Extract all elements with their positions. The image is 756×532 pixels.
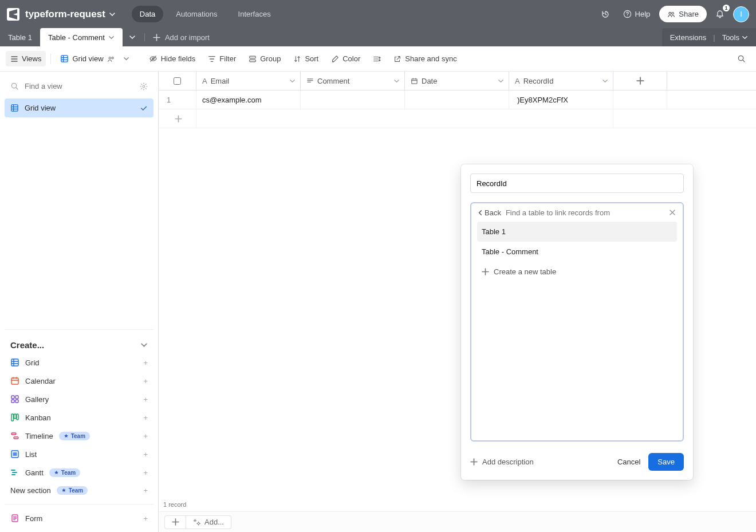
table-tab-table1[interactable]: Table 1 [0,28,40,46]
tab-data[interactable]: Data [132,6,163,22]
add-row-cell[interactable] [196,109,613,128]
base-name[interactable]: typeform-request [25,9,105,20]
create-item-label: Calendar [25,377,56,385]
grid-icon [60,54,69,63]
column-header-email[interactable]: A Email [196,72,301,90]
team-badge: Team [49,468,80,477]
chevron-down-icon[interactable] [498,78,504,84]
plus-icon: + [143,514,148,523]
add-row[interactable] [159,109,756,128]
column-header-recordid[interactable]: A RecordId [509,72,613,90]
view-switcher-chevron-icon[interactable] [123,56,129,62]
extensions-button[interactable]: Extensions [670,33,707,42]
cancel-button[interactable]: Cancel [609,453,648,471]
table-tab-table-comment[interactable]: Table - Comment [40,28,123,46]
cell-email[interactable]: cs@example.com [196,90,301,109]
record-count: 1 record [163,501,186,508]
long-text-icon [306,77,314,85]
cell-recordid[interactable]: )Ey8XPM2cFfX [509,90,613,109]
cell-comment[interactable] [301,90,405,109]
create-new-section[interactable]: New section Team + [5,482,153,499]
table-row[interactable]: 1 cs@example.com )Ey8XPM2cFfX [159,90,756,109]
row-number[interactable]: 1 [159,90,196,109]
svg-point-5 [112,57,113,58]
chevron-down-icon[interactable] [289,78,296,84]
create-section-toggle[interactable]: Create... [5,334,153,353]
divider [50,54,51,64]
share-button[interactable]: Share [659,6,707,22]
create-gantt[interactable]: Gantt Team + [5,463,153,482]
base-name-chevron-icon[interactable] [109,11,116,18]
create-form[interactable]: Form + [5,509,153,527]
add-row-plus[interactable] [159,109,196,128]
link-table-search-input[interactable] [506,208,663,217]
select-all-checkbox[interactable] [159,72,196,90]
calendar-icon [411,77,418,85]
svg-rect-15 [11,396,14,399]
row-height-button[interactable] [368,52,385,66]
add-or-import-button[interactable]: Add or import [147,28,215,46]
filter-button[interactable]: Filter [203,51,241,66]
help-button[interactable]: Help [619,6,655,22]
chevron-down-icon[interactable] [393,78,400,84]
sort-button[interactable]: Sort [289,51,323,66]
tools-button[interactable]: Tools [722,33,748,42]
plus-icon [470,458,478,466]
text-field-icon: A [515,77,520,85]
create-new-table-option[interactable]: Create a new table [477,262,677,282]
save-button[interactable]: Save [648,453,684,471]
column-label: Date [422,77,437,85]
column-label: Comment [317,77,349,85]
view-item-grid-view[interactable]: Grid view [5,98,153,117]
create-gallery[interactable]: Gallery + [5,390,153,408]
tables-dropdown-caret[interactable] [123,28,142,46]
hide-fields-button[interactable]: Hide fields [144,51,200,66]
column-header-date[interactable]: Date [405,72,509,90]
chevron-down-icon[interactable] [602,78,608,84]
table-tab-chevron-icon[interactable] [108,34,115,41]
create-grid[interactable]: Grid + [5,353,153,372]
footer-add-label: Add... [204,518,224,526]
divider [5,329,153,330]
group-button[interactable]: Group [244,51,285,66]
color-button[interactable]: Color [326,51,365,66]
avatar[interactable]: I [733,6,749,22]
calendar-icon [10,376,19,385]
add-description-button[interactable]: Add description [470,458,534,466]
create-kanban[interactable]: Kanban + [5,408,153,427]
view-switcher[interactable]: Grid view [56,51,119,66]
column-header-comment[interactable]: Comment [301,72,405,90]
bell-icon [715,10,724,19]
timeline-icon [10,431,19,440]
tab-interfaces[interactable]: Interfaces [230,6,279,22]
field-name-input[interactable] [470,174,684,193]
view-search-input[interactable] [25,82,134,90]
grid-icon [10,358,19,367]
views-toggle[interactable]: Views [6,51,46,66]
search-records-button[interactable] [733,51,750,66]
svg-point-1 [669,12,671,14]
share-sync-button[interactable]: Share and sync [389,51,461,66]
plus-icon [153,34,160,41]
create-list[interactable]: List + [5,445,153,463]
create-timeline[interactable]: Timeline Team + [5,427,153,445]
history-icon[interactable] [597,6,614,23]
notification-badge: 1 [723,5,730,11]
create-new-table-label: Create a new table [494,267,556,276]
footer-add-record-button[interactable] [164,515,186,529]
tab-automations[interactable]: Automations [168,6,225,22]
create-calendar[interactable]: Calendar + [5,372,153,390]
footer-add-menu-button[interactable]: Add... [186,515,231,529]
add-column-button[interactable] [613,72,667,90]
back-button[interactable]: Back [477,208,501,217]
notifications-button[interactable]: 1 [711,6,729,23]
clear-search-button[interactable] [668,208,677,217]
app-logo[interactable] [7,8,19,21]
view-search[interactable] [5,76,153,98]
gear-icon[interactable] [140,82,148,90]
view-item-label: Grid view [25,104,56,112]
link-option-table1[interactable]: Table 1 [477,222,677,242]
link-option-table-comment[interactable]: Table - Comment [477,242,677,262]
cell-date[interactable] [405,90,509,109]
svg-rect-3 [61,56,68,62]
